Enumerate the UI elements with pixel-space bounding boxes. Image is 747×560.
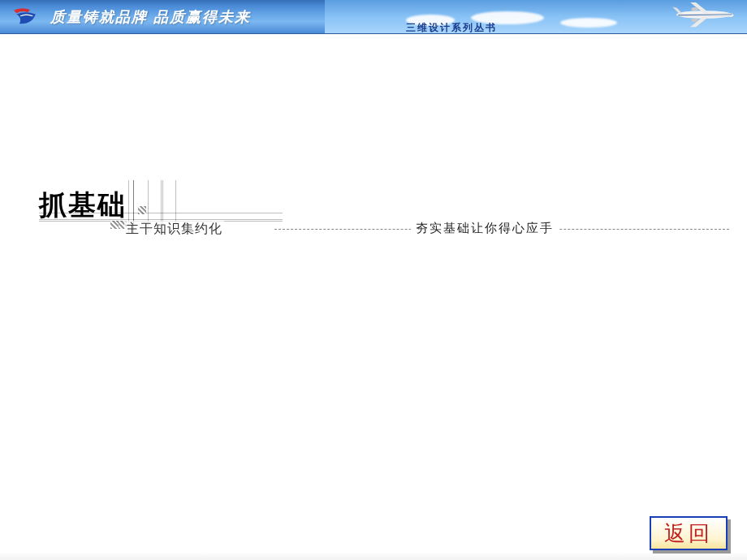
section-subtitle: 主干知识集约化 [124,221,224,238]
banner-slogan: 质量铸就品牌 品质赢得未来 [50,7,251,27]
svg-point-1 [692,19,698,22]
airplane-icon [651,0,741,29]
brand-logo [10,5,41,29]
top-banner: 质量铸就品牌 品质赢得未来 三维设计系列丛书 [0,0,747,34]
svg-point-2 [692,7,698,11]
section-heading-block: 抓基础 主干知识集约化 夯实基础让你得心应手 [39,187,713,227]
slide-bottom-shadow [0,552,747,560]
return-button[interactable]: 返回 [650,516,728,550]
return-button-label: 返回 [664,519,713,548]
section-tagline: 夯实基础让你得心应手 [411,221,559,236]
series-label: 三维设计系列丛书 [406,21,497,35]
section-title: 抓基础 [39,187,127,227]
logo-icon [11,6,40,28]
